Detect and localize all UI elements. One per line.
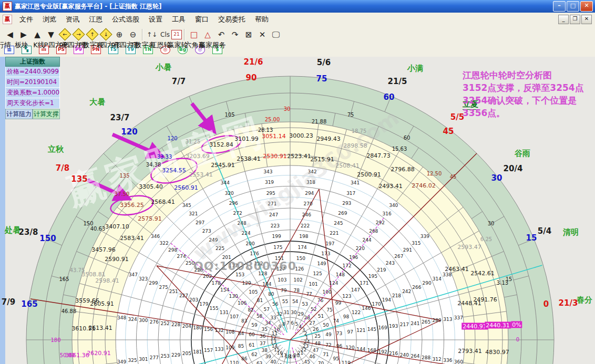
calendar-icon[interactable]: 21 [171, 30, 182, 39]
calc-support-button[interactable]: 计算支撑 [33, 109, 60, 119]
shift-left-icon[interactable]: ← [58, 28, 71, 41]
svg-text:216: 216 [389, 351, 398, 356]
svg-text:109: 109 [225, 345, 234, 350]
svg-text:28: 28 [304, 315, 310, 320]
svg-text:150: 150 [296, 256, 305, 261]
svg-text:265: 265 [422, 319, 430, 325]
svg-text:272: 272 [233, 211, 242, 216]
svg-text:75: 75 [326, 307, 332, 313]
svg-text:275: 275 [159, 285, 168, 290]
svg-text:180: 180 [193, 325, 202, 330]
menu-item-1[interactable]: 浏览 [38, 13, 61, 26]
tool-winner-service[interactable]: $赢家服务 [212, 46, 224, 54]
square-tool-icon[interactable]: □ [187, 28, 201, 41]
svg-text:79: 79 [281, 288, 287, 293]
menubar: 赢 文件浏览资讯江恩公式选股设置工具窗口交易委托帮助 _❐✕ [0, 13, 595, 27]
updown-icon[interactable]: ↑↓ [145, 28, 159, 41]
tool-sectors[interactable]: ▚板块 [22, 46, 34, 54]
symbol-name: 上证指数 [5, 57, 60, 67]
shift-up-icon[interactable]: ↑ [85, 28, 99, 41]
svg-text:152: 152 [254, 261, 263, 266]
svg-text:126: 126 [295, 266, 304, 272]
svg-text:199: 199 [272, 234, 281, 239]
svg-text:146: 146 [362, 306, 371, 311]
svg-text:130: 130 [229, 294, 238, 299]
svg-text:40: 40 [270, 359, 276, 364]
svg-text:105: 105 [249, 289, 258, 295]
svg-text:170: 170 [372, 301, 381, 307]
svg-text:195: 195 [368, 274, 377, 279]
menu-item-0[interactable]: 文件 [15, 13, 38, 26]
svg-text:181: 181 [193, 349, 202, 355]
svg-text:336: 336 [443, 358, 452, 363]
svg-text:37: 37 [260, 341, 265, 346]
svg-text:205: 205 [182, 351, 191, 356]
shift-down-icon[interactable]: ↓ [99, 28, 112, 41]
cls-button[interactable]: Cls [159, 28, 171, 41]
maximize-button[interactable]: □ [567, 1, 579, 12]
svg-text:154: 154 [220, 287, 229, 293]
collapse-icon[interactable]: ✕ [255, 28, 269, 41]
svg-text:300: 300 [139, 318, 148, 323]
svg-text:63: 63 [257, 361, 262, 364]
svg-text:4: 4 [299, 324, 302, 329]
svg-text:46: 46 [309, 354, 315, 359]
window-titlebar: 赢 赢家江恩专业版[赢家服务平台] - [上证指数 江恩轮] – □ ✕ [0, 0, 595, 13]
svg-text:3: 3 [302, 327, 305, 332]
nav-up-icon[interactable]: ▲ [30, 28, 44, 41]
nav-down-icon[interactable]: ▼ [44, 28, 58, 41]
svg-text:294: 294 [305, 191, 314, 196]
menu-item-3[interactable]: 江恩 [84, 13, 107, 26]
rotate-cw-icon[interactable]: ↷ [228, 28, 242, 41]
svg-text:100: 100 [323, 289, 332, 295]
svg-text:321: 321 [189, 211, 198, 216]
svg-text:84: 84 [238, 331, 244, 336]
minimize-button[interactable]: – [553, 1, 566, 12]
mdi-button-1[interactable]: ❐ [570, 15, 580, 24]
svg-text:155: 155 [210, 306, 219, 311]
svg-text:320: 320 [225, 191, 234, 196]
nav-right-icon[interactable]: ▶ [17, 28, 30, 41]
mdi-button-0[interactable]: _ [558, 15, 569, 24]
svg-text:71: 71 [323, 352, 329, 357]
svg-text:144: 144 [356, 347, 365, 352]
shift-right-icon[interactable]: → [71, 28, 85, 41]
box-x-icon[interactable]: ⊠ [242, 28, 255, 41]
svg-text:315: 315 [412, 241, 420, 246]
menu-item-6[interactable]: 工具 [167, 13, 190, 26]
menu-item-2[interactable]: 资讯 [61, 13, 84, 26]
svg-text:314: 314 [433, 276, 442, 282]
calc-resistance-button[interactable]: 计算阻力 [5, 109, 33, 119]
svg-text:57: 57 [263, 307, 269, 312]
svg-text:25: 25 [315, 334, 321, 339]
rotate-ccw-icon[interactable]: ↶ [214, 28, 228, 41]
menu-item-8[interactable]: 交易委托 [213, 13, 250, 26]
zoom-out-icon[interactable]: ⊖ [126, 28, 140, 41]
screen-icon[interactable]: 🖵 [269, 28, 283, 41]
mdi-button-2[interactable]: ✕ [581, 15, 592, 24]
svg-text:177: 177 [229, 263, 238, 268]
toolbar-separator [142, 29, 143, 40]
winner-service-label: 赢家服务 [199, 40, 226, 50]
svg-text:243: 243 [386, 261, 395, 266]
svg-text:156: 156 [204, 327, 213, 332]
svg-text:244: 244 [363, 237, 372, 243]
window-title: 赢家江恩专业版[赢家服务平台] - [上证指数 江恩轮] [15, 2, 161, 11]
svg-text:127: 127 [276, 266, 285, 272]
triangle-tool-icon[interactable]: △ [201, 28, 214, 41]
svg-text:129: 129 [242, 280, 251, 286]
svg-text:32: 32 [276, 311, 282, 317]
nav-left-icon[interactable]: ◀ [3, 28, 17, 41]
svg-text:344: 344 [221, 180, 230, 185]
zoom-in-icon[interactable]: ⊕ [112, 28, 126, 41]
svg-text:345: 345 [182, 203, 191, 208]
toolbar-separator [184, 29, 185, 40]
menu-item-4[interactable]: 公式选股 [107, 13, 144, 26]
svg-text:343: 343 [263, 169, 272, 174]
menu-item-7[interactable]: 窗口 [190, 13, 213, 26]
menu-item-5[interactable]: 设置 [144, 13, 167, 26]
menu-item-9[interactable]: 帮助 [250, 13, 273, 26]
svg-text:218: 218 [392, 293, 401, 298]
close-button[interactable]: ✕ [580, 1, 593, 12]
svg-text:120: 120 [346, 345, 355, 350]
